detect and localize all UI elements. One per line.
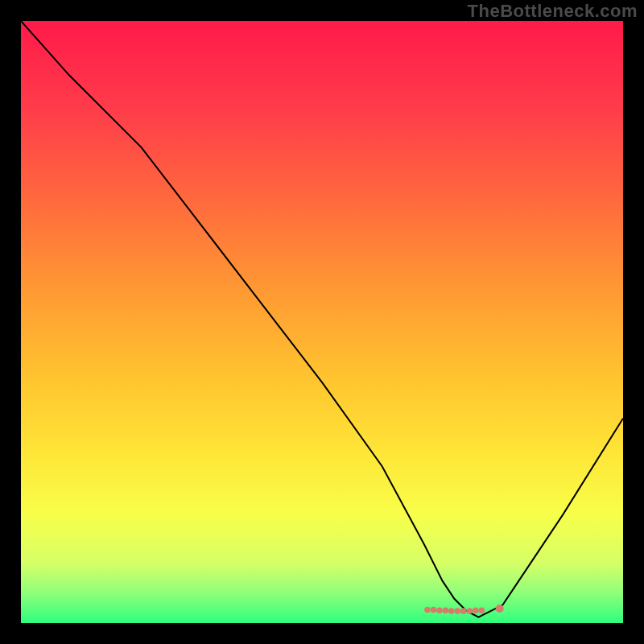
valley-marker-dot — [478, 607, 485, 613]
valley-marker-dot — [424, 607, 431, 613]
valley-marker-dot — [460, 608, 467, 614]
valley-marker-dot — [496, 605, 504, 613]
valley-marker-dot — [473, 607, 479, 613]
chart-container: TheBottleneck.com — [0, 0, 644, 644]
valley-markers — [424, 605, 504, 614]
curve-layer — [21, 21, 623, 623]
valley-marker-dot — [443, 607, 449, 613]
valley-marker-dot — [455, 608, 461, 614]
valley-marker-dot — [448, 608, 455, 614]
valley-marker-dot — [436, 607, 443, 613]
bottleneck-curve — [21, 21, 623, 617]
valley-marker-dot — [466, 608, 473, 614]
plot-area — [21, 21, 623, 623]
valley-marker-dot — [431, 607, 437, 613]
watermark-text: TheBottleneck.com — [468, 1, 638, 22]
